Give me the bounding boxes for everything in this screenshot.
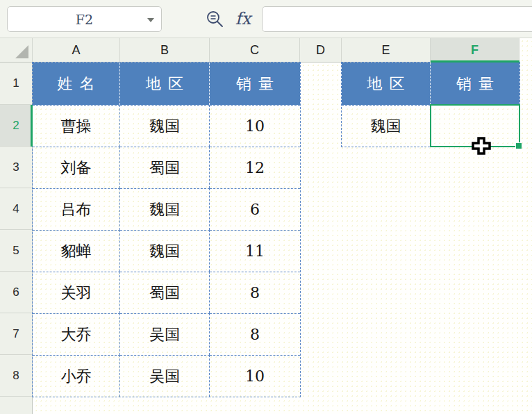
column-header-b[interactable]: B [120, 38, 210, 62]
cell-b2[interactable]: 魏国 [120, 105, 210, 147]
cell-b1[interactable]: 地区 [120, 63, 210, 105]
insert-function-icon[interactable]: fx [231, 7, 256, 31]
column-header-a[interactable]: A [33, 38, 120, 62]
name-box-value: F2 [76, 12, 93, 27]
cell-c2[interactable]: 10 [210, 105, 300, 147]
column-header-c[interactable]: C [210, 38, 300, 62]
cell-b7[interactable]: 吴国 [120, 313, 210, 355]
cell-a3[interactable]: 刘备 [33, 147, 120, 188]
selected-row-indicator [31, 105, 33, 147]
formula-toolbar: F2 fx [0, 0, 532, 38]
cell-c4[interactable]: 6 [210, 188, 300, 230]
cell-e1[interactable]: 地区 [342, 63, 431, 105]
row-header-strip: 1 2 3 4 5 6 7 8 [0, 63, 33, 414]
cell-a1[interactable]: 姓名 [33, 63, 120, 105]
column-header-d[interactable]: D [300, 38, 342, 62]
row-header-5[interactable]: 5 [0, 230, 32, 272]
cell-c7[interactable]: 8 [210, 313, 300, 355]
cell-a4[interactable]: 吕布 [33, 188, 120, 230]
cell-a8[interactable]: 小乔 [33, 355, 120, 397]
lookup-table: 地区 销量 魏国 [342, 63, 519, 147]
spreadsheet-app: F2 fx A B C D E F 1 2 3 4 5 6 [0, 0, 532, 414]
cell-b8[interactable]: 吴国 [120, 355, 210, 397]
row-header-1[interactable]: 1 [0, 63, 32, 105]
cell-c3[interactable]: 12 [210, 147, 300, 188]
cell-c5[interactable]: 11 [210, 230, 300, 272]
cell-a2[interactable]: 曹操 [33, 105, 120, 147]
cell-a7[interactable]: 大乔 [33, 313, 120, 355]
source-table: 姓名 地区 销量 曹操 魏国 10 刘备 蜀国 12 吕布 魏国 6 貂蝉 魏国… [33, 63, 300, 397]
cell-e2[interactable]: 魏国 [342, 105, 431, 147]
cell-c8[interactable]: 10 [210, 355, 300, 397]
row-header-6[interactable]: 6 [0, 272, 32, 313]
column-header-e[interactable]: E [342, 38, 431, 62]
name-box[interactable]: F2 [7, 6, 162, 32]
name-box-caret-icon[interactable] [147, 18, 154, 22]
selected-column-indicator [431, 60, 519, 63]
cell-c6[interactable]: 8 [210, 272, 300, 313]
row-header-4[interactable]: 4 [0, 188, 32, 230]
row-header-3[interactable]: 3 [0, 147, 32, 188]
row-header-8[interactable]: 8 [0, 355, 32, 397]
cell-f1[interactable]: 销量 [431, 63, 519, 105]
column-header-f-selected[interactable]: F [431, 38, 519, 62]
cell-b5[interactable]: 魏国 [120, 230, 210, 272]
cell-b6[interactable]: 蜀国 [120, 272, 210, 313]
magnifier-equals-icon[interactable] [205, 10, 224, 29]
select-all-icon [15, 45, 28, 58]
row-header-7[interactable]: 7 [0, 313, 32, 355]
cell-cursor-icon [470, 136, 492, 160]
cell-c1[interactable]: 销量 [210, 63, 300, 105]
cell-a6[interactable]: 关羽 [33, 272, 120, 313]
cell-a5[interactable]: 貂蝉 [33, 230, 120, 272]
cell-b4[interactable]: 魏国 [120, 188, 210, 230]
row-header-2-selected[interactable]: 2 [0, 105, 32, 147]
cell-b3[interactable]: 蜀国 [120, 147, 210, 188]
formula-bar-input[interactable] [262, 6, 532, 32]
select-all-corner[interactable] [0, 38, 33, 62]
fill-handle[interactable] [515, 142, 522, 149]
column-header-strip: A B C D E F [0, 38, 519, 63]
